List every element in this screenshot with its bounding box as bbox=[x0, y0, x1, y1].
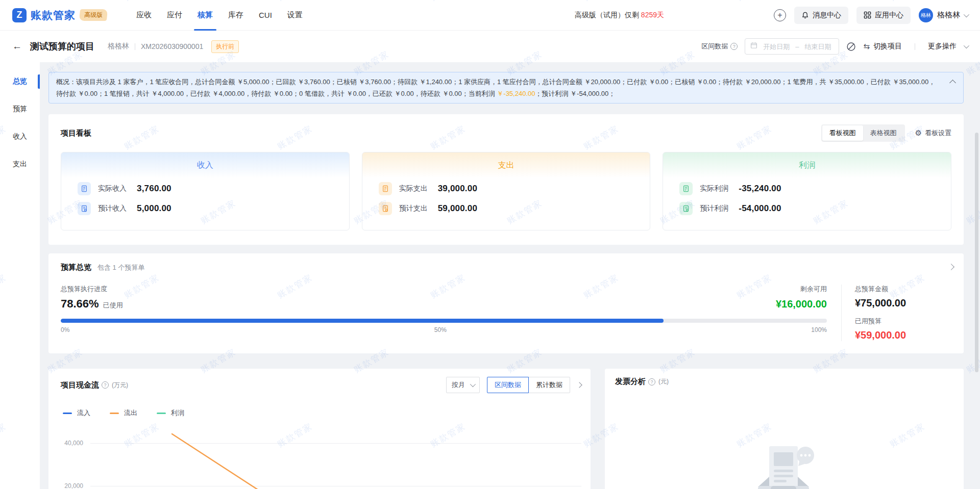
more-actions-label: 更多操作 bbox=[928, 42, 957, 51]
profit-card: 利润 实际利润 -35,240.00 bbox=[663, 152, 951, 230]
project-dashboard-panel: 项目看板 看板视图 表格视图 ⚙ 看板设置 收入 bbox=[48, 114, 964, 245]
user-menu[interactable]: 格林 格格林 bbox=[919, 8, 968, 22]
legend-outflow[interactable]: 流出 bbox=[110, 408, 137, 418]
start-date-input[interactable] bbox=[761, 43, 792, 50]
legend-inflow[interactable]: 流入 bbox=[63, 408, 90, 418]
project-summary-banner: 概况：该项目共涉及 1 家客户，1 笔应收合同，总计合同金额 ￥5,000.00… bbox=[48, 72, 964, 104]
doc-clock-icon bbox=[379, 202, 392, 215]
date-range-picker[interactable]: – bbox=[745, 38, 839, 55]
actions-divider bbox=[915, 43, 915, 50]
cumulative-data-tab[interactable]: 累计数据 bbox=[528, 377, 570, 393]
expected-profit-label: 预计利润 bbox=[700, 204, 739, 213]
view-toggle: 看板视图 表格视图 bbox=[821, 124, 905, 142]
main-content: 概况：该项目共涉及 1 家客户，1 笔应收合同，总计合同金额 ￥5,000.00… bbox=[40, 62, 980, 489]
nav-item-receivable[interactable]: 应收 bbox=[129, 0, 159, 31]
doc-chart-icon bbox=[679, 182, 693, 195]
message-center-button[interactable]: 消息中心 bbox=[794, 7, 848, 24]
help-icon[interactable]: ? bbox=[648, 378, 655, 385]
top-navbar: Z 账款管家 高级版 应收 应付 核算 库存 CUI 设置 高级版（试用）仅剩 … bbox=[0, 0, 980, 31]
nav-item-payable[interactable]: 应付 bbox=[159, 0, 190, 31]
doc-arrow-out-icon bbox=[379, 182, 392, 195]
actual-profit-row: 实际利润 -35,240.00 bbox=[679, 182, 951, 195]
help-icon[interactable]: ? bbox=[102, 381, 109, 389]
expected-expense-value: 59,000.00 bbox=[438, 203, 477, 214]
expense-card-header: 支出 bbox=[362, 152, 650, 178]
budget-subtitle: 包含 1 个预算单 bbox=[97, 263, 144, 272]
income-card: 收入 实际收入 3,760.00 bbox=[61, 152, 350, 230]
more-actions-button[interactable]: 更多操作 bbox=[928, 42, 968, 51]
hide-amounts-button[interactable] bbox=[846, 42, 856, 52]
scale-50: 50% bbox=[434, 326, 447, 333]
dashboard-title: 项目看板 bbox=[61, 128, 91, 138]
legend-inflow-label: 流入 bbox=[77, 408, 90, 418]
summary-text: 概况：该项目共涉及 1 家客户，1 笔应收合同，总计合同金额 ￥5,000.00… bbox=[56, 78, 935, 97]
expected-profit-value: -54,000.00 bbox=[739, 203, 781, 214]
user-name: 格格林 bbox=[937, 10, 960, 20]
summary-text-tail: ；预计利润 ￥-54,000.00； bbox=[535, 90, 615, 97]
nav-item-cui[interactable]: CUI bbox=[251, 0, 280, 31]
status-badge: 执行前 bbox=[211, 40, 239, 53]
main-nav: 应收 应付 核算 库存 CUI 设置 bbox=[129, 0, 310, 31]
actual-expense-row: 实际支出 39,000.00 bbox=[379, 182, 650, 195]
sidebar-item-income[interactable]: 收入 bbox=[0, 125, 40, 148]
sidebar-item-expense[interactable]: 支出 bbox=[0, 153, 40, 175]
project-cashflow-panel: 项目现金流 ? (万元) 按月 区间数据 累计数据 bbox=[48, 369, 591, 489]
help-icon[interactable]: ? bbox=[730, 43, 738, 50]
outflow-line-series bbox=[90, 430, 580, 489]
sidebar-item-budget[interactable]: 预算 bbox=[0, 98, 40, 120]
board-settings-button[interactable]: ⚙ 看板设置 bbox=[915, 128, 951, 138]
legend-profit-label: 利润 bbox=[171, 408, 184, 418]
cashflow-unit: (万元) bbox=[112, 381, 128, 390]
table-view-tab[interactable]: 表格视图 bbox=[863, 125, 904, 141]
profit-dash-icon bbox=[157, 413, 166, 414]
app-center-button[interactable]: 应用中心 bbox=[856, 7, 911, 24]
back-button[interactable]: ← bbox=[12, 41, 22, 52]
invoice-unit: (元) bbox=[658, 377, 669, 386]
doc-clock-icon bbox=[679, 202, 693, 215]
vertical-scrollbar[interactable] bbox=[975, 133, 978, 372]
add-button[interactable]: + bbox=[774, 9, 786, 21]
sidebar-item-overview[interactable]: 总览 bbox=[0, 70, 40, 93]
progress-scale: 0% 50% 100% bbox=[61, 326, 827, 333]
page-header-actions: 区间数据 ? – ⇆ 切换项目 bbox=[701, 38, 968, 55]
chart-legend: 流入 流出 利润 bbox=[63, 408, 581, 418]
expected-income-value: 5,000.00 bbox=[137, 203, 172, 214]
bell-icon bbox=[801, 11, 809, 19]
expense-card: 支出 实际支出 39,000.00 bbox=[362, 152, 651, 230]
trial-notice: 高级版（试用）仅剩 8259天 bbox=[575, 11, 664, 20]
expected-income-label: 预计收入 bbox=[98, 204, 137, 213]
budget-progress-track bbox=[61, 319, 827, 323]
period-select[interactable]: 按月 bbox=[446, 377, 480, 393]
nav-item-inventory[interactable]: 库存 bbox=[220, 0, 251, 31]
invoice-analysis-panel: 发票分析 ? (元) bbox=[605, 369, 964, 489]
end-date-input[interactable] bbox=[802, 43, 834, 50]
progress-percent: 78.66% bbox=[61, 297, 99, 311]
nav-item-accounting[interactable]: 核算 bbox=[190, 0, 220, 31]
user-avatar: 格林 bbox=[919, 8, 933, 22]
board-view-tab[interactable]: 看板视图 bbox=[822, 125, 863, 141]
meta-divider bbox=[135, 43, 135, 50]
range-data-label: 区间数据 ? bbox=[701, 42, 738, 51]
message-center-label: 消息中心 bbox=[813, 11, 841, 20]
interval-data-tab[interactable]: 区间数据 bbox=[487, 377, 529, 393]
chart-next-icon[interactable] bbox=[576, 382, 582, 388]
switch-project-button[interactable]: ⇆ 切换项目 bbox=[863, 42, 902, 51]
outflow-dash-icon bbox=[110, 413, 119, 414]
legend-profit[interactable]: 利润 bbox=[157, 408, 184, 418]
app-logo-icon[interactable]: Z bbox=[12, 8, 27, 22]
nav-item-settings[interactable]: 设置 bbox=[280, 0, 310, 31]
collapse-banner-button[interactable] bbox=[949, 80, 956, 86]
income-card-header: 收入 bbox=[61, 152, 349, 178]
budget-progress-fill bbox=[61, 319, 664, 323]
expected-income-row: 预计收入 5,000.00 bbox=[78, 202, 349, 215]
actual-profit-value: -35,240.00 bbox=[739, 184, 781, 194]
remaining-value: ¥16,000.00 bbox=[776, 298, 827, 310]
invoice-title: 发票分析 bbox=[615, 377, 646, 387]
budget-amounts-block: 总预算金额 ¥75,000.00 已用预算 ¥59,000.00 bbox=[841, 285, 951, 341]
period-select-value: 按月 bbox=[452, 380, 465, 390]
project-number: XM2026030900001 bbox=[141, 42, 203, 50]
used-budget-label: 已用预算 bbox=[855, 317, 951, 326]
version-badge: 高级版 bbox=[79, 9, 108, 21]
chevron-down-icon bbox=[470, 381, 476, 387]
actual-expense-value: 39,000.00 bbox=[438, 184, 477, 194]
